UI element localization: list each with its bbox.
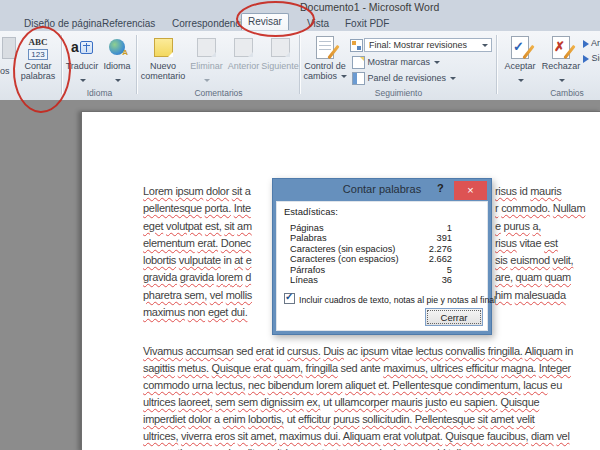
next-change-icon	[583, 55, 589, 63]
stats-row: Caracteres (con espacios)2.662	[290, 254, 475, 264]
translate-icon: a	[64, 33, 100, 61]
document-paragraph-2[interactable]: Vivamus accumsan sed erat id cursus. Dui…	[143, 345, 600, 450]
ribbon-tab-bar: Diseño de páginaReferenciasCorrespondenc…	[0, 13, 600, 32]
checkbox-label: Incluir cuadros de texto, notas al pie y…	[299, 295, 496, 305]
dropdown-caret	[559, 79, 565, 82]
reviewing-pane-button[interactable]: Panel de revisiones	[352, 72, 456, 85]
word-count-icon: ABC 123	[17, 33, 59, 61]
language-button[interactable]: Idioma	[100, 33, 134, 95]
previous-comment-button[interactable]: Anterior	[225, 33, 262, 95]
cerrar-button[interactable]: Cerrar	[425, 308, 483, 326]
new-comment-icon	[140, 33, 186, 61]
ribbon-group-comentarios: Nuevo comentario Eliminar Anterior Sigui…	[137, 31, 300, 100]
word-window: Documento1 - Microsoft Word Diseño de pá…	[0, 0, 600, 450]
dropdown-caret	[434, 61, 440, 64]
stats-table: Páginas1Palabras391Caracteres (sin espac…	[290, 223, 475, 285]
new-comment-button[interactable]: Nuevo comentario	[140, 33, 186, 95]
next-comment-button[interactable]: Siguiente	[261, 33, 299, 95]
combo-caret	[482, 44, 488, 47]
delete-comment-button[interactable]: Eliminar	[188, 33, 225, 95]
word-count-dialog: Contar palabras ? × Estadísticas: Página…	[272, 178, 492, 335]
show-markup-button[interactable]: Mostrar marcas	[352, 56, 440, 69]
stats-row: Palabras391	[290, 233, 475, 243]
stats-row: Líneas36	[290, 275, 475, 285]
track-changes-button[interactable]: Control de cambios	[303, 33, 347, 95]
display-for-review-combo[interactable]: Final: Mostrar revisiones	[364, 38, 492, 52]
document-line: commodo urna lectus, nec bibendum lorem …	[143, 379, 600, 396]
help-icon[interactable]: ?	[437, 182, 444, 194]
dropdown-caret	[80, 79, 86, 82]
tab-revisar[interactable]: Revisar	[241, 13, 289, 30]
previous-change-button[interactable]: Anterior	[583, 38, 600, 48]
language-icon	[100, 33, 134, 61]
reviewing-pane-icon	[352, 72, 365, 85]
next-change-button[interactable]: Siguiente	[583, 53, 600, 63]
previous-change-icon	[583, 40, 589, 48]
include-textboxes-checkbox-row[interactable]: Incluir cuadros de texto, notas al pie y…	[284, 293, 483, 305]
partial-icon	[2, 37, 16, 59]
dropdown-caret	[115, 79, 121, 82]
window-titlebar: Documento1 - Microsoft Word	[0, 0, 600, 13]
track-changes-icon	[303, 33, 347, 61]
dropdown-caret	[518, 79, 524, 82]
checkbox[interactable]	[284, 293, 295, 304]
next-comment-icon	[261, 33, 299, 61]
dropdown-caret	[450, 77, 456, 80]
translate-button[interactable]: a Traducir	[64, 33, 100, 95]
delete-comment-icon	[188, 33, 225, 61]
close-icon[interactable]: ×	[454, 181, 487, 200]
dialog-body: Estadísticas: Páginas1Palabras391Caracte…	[276, 201, 488, 331]
tab-foxit-pdf[interactable]: Foxit PDF	[339, 16, 395, 31]
stats-row: Páginas1	[290, 223, 475, 233]
word-count-button[interactable]: ABC 123 Contar palabras	[17, 33, 59, 95]
document-line: Vivamus accumsan sed erat id cursus. Dui…	[143, 345, 600, 362]
stats-header: Estadísticas:	[284, 206, 338, 217]
partial-button-label[interactable]: os	[0, 66, 10, 76]
tab-referencias[interactable]: Referencias	[96, 16, 161, 31]
display-for-review-icon	[350, 39, 363, 52]
window-title: Documento1 - Microsoft Word	[300, 1, 439, 13]
dropdown-caret	[341, 75, 347, 78]
tab-vista[interactable]: Vista	[301, 16, 335, 31]
dropdown-caret	[204, 79, 210, 82]
show-markup-icon	[352, 56, 365, 69]
ribbon: os ABC 123 Contar palabras a Traducir	[0, 31, 600, 101]
ribbon-group-idioma: a Traducir Idioma Idioma	[62, 31, 137, 100]
group-label-idioma: Idioma	[62, 88, 137, 98]
reject-button[interactable]: ✗ Rechazar	[541, 33, 581, 95]
tab-diseño-de-página[interactable]: Diseño de página	[18, 16, 108, 31]
stats-row: Párrafos5	[290, 265, 475, 275]
document-line: ultrices laoreet, sem sem dignissim ex, …	[143, 396, 600, 413]
accept-icon: ✓	[500, 33, 540, 61]
group-label-comentarios: Comentarios	[137, 88, 300, 98]
group-label-seguimiento: Seguimiento	[300, 88, 497, 98]
ribbon-group-seguimiento: Control de cambios Final: Mostrar revisi…	[300, 31, 497, 100]
accept-button[interactable]: ✓ Aceptar	[500, 33, 540, 95]
document-line: sagittis metus. Quisque erat quam, fring…	[143, 362, 600, 379]
document-line: ultrices, viverra eros sit amet, maximus…	[143, 430, 600, 447]
ribbon-group-cambios: ✓ Aceptar ✗ Rechazar Anterior Siguiente	[497, 31, 600, 100]
document-line: imperdiet dolor a enim lobortis, ut effi…	[143, 413, 600, 430]
ribbon-group-revision: os ABC 123 Contar palabras	[0, 31, 62, 100]
stats-row: Caracteres (sin espacios)2.276	[290, 244, 475, 254]
reject-icon: ✗	[541, 33, 581, 61]
previous-comment-icon	[225, 33, 262, 61]
group-label-cambios: Cambios	[527, 88, 600, 98]
